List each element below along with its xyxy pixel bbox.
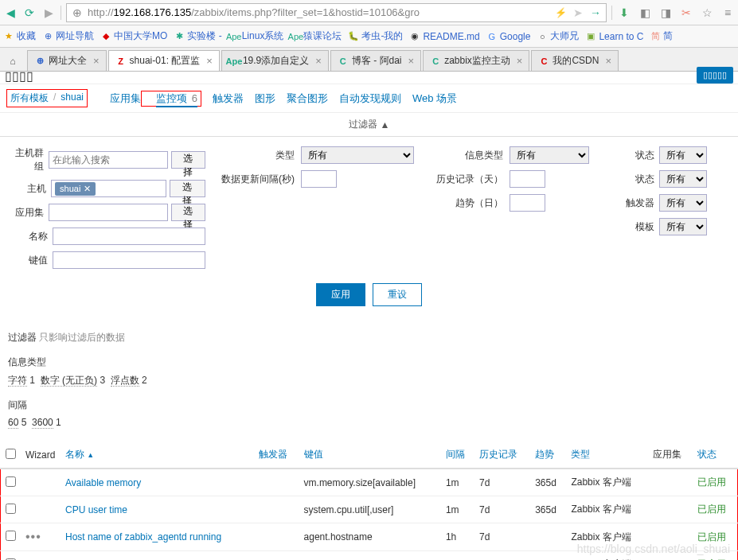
th-key[interactable]: 键值 [299,441,441,469]
sum-char[interactable]: 字符 [8,375,27,387]
menu-icon[interactable]: ≡ [720,6,735,20]
download-icon[interactable]: ⬇ [617,6,631,20]
select-template[interactable]: 所有 [659,218,707,235]
row-checkbox[interactable] [6,504,16,514]
bookmark-label: 大师兄 [550,29,579,43]
input-key[interactable] [53,251,205,269]
item-name-link[interactable]: Number of processes [61,551,254,561]
nav-自动发现规则[interactable]: 自动发现规则 [339,92,401,104]
tab-close-icon[interactable]: × [93,55,100,67]
tab-2[interactable]: Ape19.9添加自定义× [221,50,329,71]
bookmark-2[interactable]: ◆中国大学MO [100,29,167,43]
tab-3[interactable]: C博客 - 阿dai× [330,50,421,71]
tab-close-icon[interactable]: × [605,55,611,67]
select-state[interactable]: 所有 [659,146,707,164]
bookmark-10[interactable]: ▣Learn to C [585,31,643,42]
bc-all-templates[interactable]: 所有模板 [10,91,49,105]
row-checkbox[interactable] [6,476,16,487]
select-type[interactable]: 所有 [301,146,414,164]
input-name[interactable] [53,228,205,245]
bookmark-4[interactable]: ApeLinux系统 [228,29,284,43]
th-name[interactable]: 名称 ▲ [61,441,254,469]
checkbox-all[interactable] [6,449,16,459]
tab-close-icon[interactable]: × [206,55,213,67]
input-host[interactable]: shuai ✕ [51,180,166,197]
input-trend[interactable] [510,194,545,212]
label-interval: 数据更新间隔(秒) [205,173,301,186]
nav-应用集[interactable]: 应用集 [110,92,141,104]
btn-apply[interactable]: 应用 [316,283,365,306]
tab-1[interactable]: Zshuai-01: 配置监× [108,50,220,71]
btn-reset[interactable]: 重设 [373,283,422,306]
th-wizard: Wizard [21,441,61,469]
filter-toggle[interactable]: 过滤器 ▲ [0,113,738,137]
bc-shuai[interactable]: shuai [61,91,84,105]
status-link[interactable]: 已启用 [693,469,738,496]
th-trend[interactable]: 趋势 [530,441,566,469]
row-checkbox[interactable] [6,531,16,541]
back-icon[interactable]: ◀ [3,6,18,20]
bookmark-1[interactable]: ⊕网址导航 [42,29,94,43]
th-interval[interactable]: 间隔 [441,441,474,469]
star-icon[interactable]: ☆ [700,6,714,20]
tab-0[interactable]: ⊕网址大全× [27,50,107,71]
camera-icon[interactable]: ◨ [658,6,673,20]
select-status[interactable]: 所有 [659,170,707,188]
sum-float[interactable]: 浮点数 [111,375,139,387]
nav-图形[interactable]: 图形 [255,92,275,104]
th-trigger[interactable]: 触发器 [254,441,299,469]
tab-4[interactable]: Czabbix监控主动× [423,50,529,71]
status-link[interactable]: 已启用 [693,523,738,551]
select-info-type[interactable]: 所有 [510,146,589,164]
status-link[interactable]: 已启用 [693,551,738,561]
item-name-link[interactable]: CPU user time [61,496,254,523]
item-name-link[interactable]: Host name of zabbix_agentd running [61,523,254,551]
cut-icon[interactable]: ✂ [679,6,693,20]
sum-i2[interactable]: 3600 [32,417,53,429]
nav-Web 场景[interactable]: Web 场景 [412,92,457,104]
shield-icon[interactable]: ◧ [638,6,652,20]
th-history[interactable]: 历史记录 [474,441,530,469]
bookmark-7[interactable]: ◉README.md [409,31,479,42]
bookmark-5[interactable]: Ape猿课论坛 [290,29,342,43]
nav-聚合图形[interactable]: 聚合图形 [287,92,328,104]
go-icon[interactable]: → [588,6,603,20]
btn-select-hg[interactable]: 选择 [171,151,205,169]
bookmark-0[interactable]: ★收藏 [3,29,36,43]
btn-select-host[interactable]: 选择 [170,180,205,197]
tag-remove-icon[interactable]: ✕ [84,184,91,194]
wizard-icon[interactable]: ••• [25,530,41,543]
status-link[interactable]: 已启用 [693,496,738,523]
bookmark-3[interactable]: ✱实验楼 - [174,29,221,43]
input-app[interactable] [49,204,168,221]
tab-close-icon[interactable]: × [517,55,523,67]
item-name-link[interactable]: Available memory [61,469,254,496]
select-trigger[interactable]: 所有 [659,194,707,212]
reload-icon[interactable]: ⟳ [22,6,37,20]
sum-i1[interactable]: 60 [8,417,18,429]
bookmark-9[interactable]: ○大师兄 [537,29,579,43]
toolbar-right: ⬇ ◧ ◨ ✂ ☆ ≡ [617,6,735,20]
input-host-group[interactable] [49,151,168,169]
input-interval[interactable] [301,170,337,188]
tab-close-icon[interactable]: × [408,55,415,67]
address-bar[interactable]: ⊕ http://192.168.176.135/zabbix/items.ph… [66,3,607,22]
th-status[interactable]: 状态 [693,441,738,469]
bookmark-11[interactable]: 简简 [650,29,673,43]
host-tag[interactable]: shuai ✕ [55,182,96,196]
bookmark-6[interactable]: 🐛考虫-我的 [348,29,403,43]
input-history[interactable] [510,170,545,188]
forward-icon[interactable]: ▶ [41,6,56,20]
btn-select-app[interactable]: 选择 [171,204,205,221]
sum-num[interactable]: 数字 (无正负) [41,375,97,387]
bookmark-icon: ◆ [100,31,111,42]
flash-icon[interactable]: ➤ [571,6,585,20]
th-type[interactable]: 类型 [566,441,647,469]
nav-触发器[interactable]: 触发器 [213,92,244,104]
tab-close-icon[interactable]: × [315,55,322,67]
clear-icon[interactable]: ⚡ [553,6,568,20]
create-button-partial[interactable]: ▯▯▯▯▯ [697,67,733,84]
tab-5[interactable]: C我的CSDN× [531,50,619,71]
bookmark-8[interactable]: GGoogle [486,31,531,42]
nav-监控项[interactable]: 监控项 6 [156,92,197,107]
